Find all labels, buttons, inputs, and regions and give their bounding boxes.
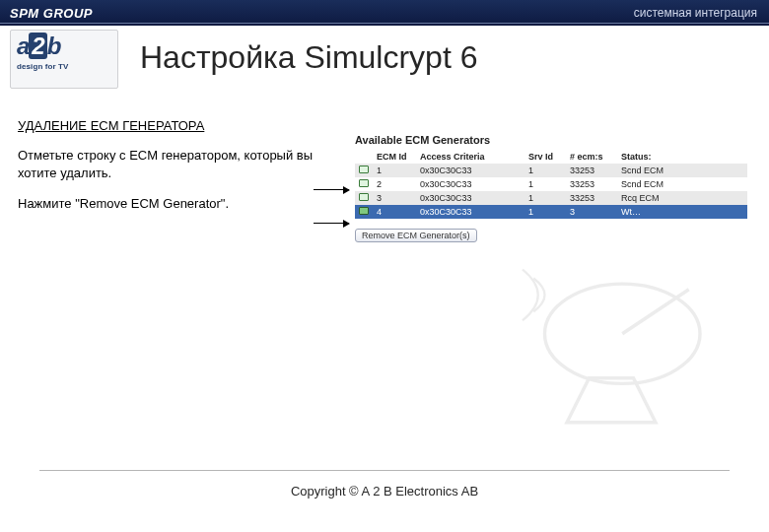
- table-row[interactable]: 10x30C30C33133253Scnd ECM: [355, 164, 747, 177]
- cell-access: 0x30C30C33: [416, 205, 524, 219]
- table-title: Available ECM Generators: [355, 134, 747, 146]
- header-divider: [0, 23, 769, 24]
- tv-icon: [355, 177, 373, 191]
- table-row[interactable]: 30x30C30C33133253Rcq ECM: [355, 191, 747, 205]
- instruction-step-1: Отметьте строку с ECM генератором, котор…: [18, 147, 314, 181]
- col-ecms: # ecm:s: [566, 150, 617, 164]
- ecm-table: ECM Id Access Criteria Srv Id # ecm:s St…: [355, 150, 747, 219]
- cell-access: 0x30C30C33: [416, 177, 524, 191]
- tagline-text: системная интеграция: [634, 6, 757, 20]
- footer-divider: [39, 470, 730, 471]
- logo-subtitle: design for TV: [17, 62, 111, 71]
- col-status: Status:: [617, 150, 747, 164]
- col-srv-id: Srv Id: [524, 150, 566, 164]
- table-row[interactable]: 40x30C30C3313Wt…: [355, 205, 747, 219]
- cell-status: Scnd ECM: [617, 164, 747, 177]
- copyright-text: Copyright © A 2 B Electronics AB: [0, 484, 769, 499]
- instruction-step-2: Нажмите "Remove ECM Generator".: [18, 195, 314, 213]
- page-title: Настройка Simulcrypt 6: [140, 39, 477, 76]
- cell-status: Rcq ECM: [617, 191, 747, 205]
- cell-access: 0x30C30C33: [416, 191, 524, 205]
- brand-text: SPM GROUP: [0, 6, 93, 21]
- ecm-screenshot: Available ECM Generators ECM Id Access C…: [355, 134, 747, 242]
- svg-point-0: [545, 284, 701, 383]
- cell-ecms: 33253: [566, 164, 617, 177]
- arrow-to-row: [314, 189, 349, 190]
- background-watermark-icon: [473, 256, 749, 433]
- cell-ecm_id: 2: [373, 177, 416, 191]
- cell-srv: 1: [524, 205, 566, 219]
- svg-line-1: [622, 290, 689, 334]
- col-icon: [355, 150, 373, 164]
- tv-icon: [355, 205, 373, 219]
- tv-icon: [355, 164, 373, 177]
- cell-ecm_id: 1: [373, 164, 416, 177]
- cell-ecms: 3: [566, 205, 617, 219]
- logo-letter-b: b: [47, 33, 61, 59]
- remove-ecm-button[interactable]: Remove ECM Generator(s): [355, 229, 477, 242]
- cell-access: 0x30C30C33: [416, 164, 524, 177]
- logo-box: a2b design for TV: [10, 30, 118, 89]
- cell-ecm_id: 4: [373, 205, 416, 219]
- col-access: Access Criteria: [416, 150, 524, 164]
- cell-status: Scnd ECM: [617, 177, 747, 191]
- cell-ecms: 33253: [566, 177, 617, 191]
- cell-srv: 1: [524, 164, 566, 177]
- logo-number: 2: [29, 33, 46, 59]
- header-bar: SPM GROUP системная интеграция: [0, 0, 769, 26]
- cell-ecms: 33253: [566, 191, 617, 205]
- logo-main: a2b: [17, 34, 111, 58]
- instructions-column: УДАЛЕНИЕ ECM ГЕНЕРАТОРА Отметьте строку …: [18, 118, 314, 227]
- section-heading: УДАЛЕНИЕ ECM ГЕНЕРАТОРА: [18, 118, 314, 133]
- arrow-to-button: [314, 223, 349, 224]
- table-header-row: ECM Id Access Criteria Srv Id # ecm:s St…: [355, 150, 747, 164]
- logo-letter-a: a: [17, 33, 29, 59]
- cell-ecm_id: 3: [373, 191, 416, 205]
- cell-status: Wt…: [617, 205, 747, 219]
- cell-srv: 1: [524, 191, 566, 205]
- tv-icon: [355, 191, 373, 205]
- cell-srv: 1: [524, 177, 566, 191]
- table-row[interactable]: 20x30C30C33133253Scnd ECM: [355, 177, 747, 191]
- col-ecm-id: ECM Id: [373, 150, 416, 164]
